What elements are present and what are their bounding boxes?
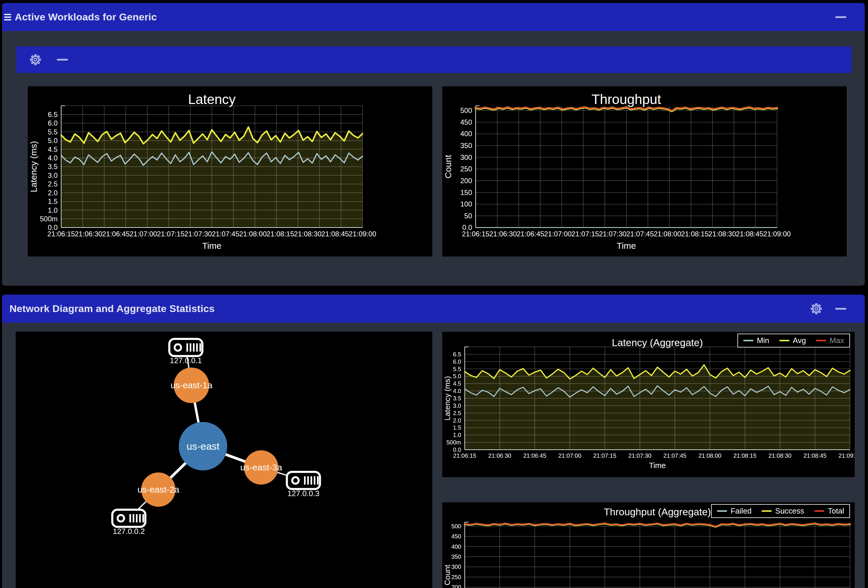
legend-label: Min (757, 336, 769, 345)
server-icon[interactable] (112, 510, 145, 527)
y-tick-label: 6.0 (453, 358, 461, 365)
x-tick-label: 21:08:00 (239, 230, 266, 238)
section2-title: Network Diagram and Aggregate Statistics (9, 303, 214, 315)
legend-item-success[interactable]: Success (762, 507, 804, 516)
y-tick-label: 350 (460, 142, 472, 149)
y-tick-label: 2.5 (453, 410, 461, 416)
y-axis-title: Latency (ms) (443, 376, 452, 421)
legend-item-avg[interactable]: Avg (779, 336, 806, 345)
y-tick-label: 2.5 (48, 180, 58, 188)
x-tick-label: 21:07:45 (212, 230, 239, 238)
legend-swatch (816, 340, 826, 341)
y-tick-label: 4.0 (453, 388, 461, 394)
x-tick-label: 21:09:00 (763, 230, 791, 238)
active-workloads-card: Active Workloads for Generic 0.0500m1.01… (2, 3, 865, 286)
node-label: us-east (186, 440, 220, 452)
network-aggregate-card: Network Diagram and Aggregate Statistics… (2, 295, 865, 588)
zone-node[interactable]: us-east-1a (170, 368, 213, 403)
x-tick-label: 21:08:15 (681, 230, 709, 238)
x-tick-label: 21:07:00 (544, 230, 571, 238)
throughput-aggregate-panel: 0.05010015020025030035040045050021:06:15… (442, 502, 855, 588)
x-tick-label: 21:07:00 (558, 452, 582, 459)
minimize-icon[interactable] (835, 308, 846, 310)
y-tick-label: 150 (460, 189, 472, 196)
x-tick-label: 21:08:30 (709, 230, 736, 238)
region-node[interactable]: us-east (179, 422, 227, 470)
x-tick-label: 21:06:30 (489, 230, 517, 238)
y-tick-label: 200 (460, 177, 472, 185)
legend-item-failed[interactable]: Failed (717, 507, 751, 516)
y-tick-label: 5.5 (453, 366, 461, 372)
network-diagram-panel: 127.0.0.1us-east-1aus-eastus-east-2a127.… (16, 331, 432, 588)
y-tick-label: 0.0 (453, 446, 461, 453)
y-tick-label: 500m (446, 439, 461, 446)
y-tick-label: 4.5 (453, 380, 461, 387)
y-tick-label: 1.5 (48, 197, 58, 205)
x-tick-label: 21:07:45 (663, 452, 686, 459)
x-tick-label: 21:08:00 (654, 230, 681, 238)
y-tick-label: 6.0 (48, 119, 58, 127)
minimize-icon[interactable] (835, 16, 846, 18)
gear-icon[interactable] (810, 303, 822, 315)
gear-icon[interactable] (30, 54, 41, 66)
throughput-chart-panel: 0.05010015020025030035040045050021:06:15… (442, 86, 847, 257)
legend-label: Max (830, 336, 844, 345)
legend-item-max[interactable]: Max (816, 336, 844, 345)
y-tick-label: 1.0 (48, 206, 58, 214)
server-ip-label: 127.0.0.2 (113, 527, 145, 536)
legend-item-min[interactable]: Min (743, 336, 769, 345)
y-tick-label: 250 (460, 165, 472, 173)
y-tick-label: 350 (452, 553, 461, 560)
active-workloads-header: Active Workloads for Generic (2, 3, 865, 31)
legend-label: Avg (793, 336, 806, 345)
y-tick-label: 500 (460, 106, 472, 114)
legend-label: Success (775, 507, 804, 516)
y-tick-label: 500m (40, 215, 58, 223)
node-label: us-east-3a (240, 462, 282, 472)
x-tick-label: 21:09:00 (838, 452, 855, 459)
minimize-widget-icon[interactable] (57, 59, 68, 61)
x-axis-title: Time (202, 241, 221, 251)
x-tick-label: 21:06:30 (489, 452, 511, 459)
node-label: us-east-1a (170, 380, 213, 390)
y-tick-label: 3.5 (48, 163, 58, 170)
y-tick-label: 500 (452, 523, 461, 529)
y-tick-label: 4.0 (48, 154, 58, 162)
legend-item-total[interactable]: Total (814, 507, 844, 516)
gear-icon-svg (30, 54, 41, 66)
legend-swatch (743, 340, 753, 341)
y-tick-label: 300 (460, 154, 472, 161)
x-tick-label: 21:08:00 (698, 452, 722, 459)
y-axis-title: Count (443, 155, 453, 179)
x-tick-label: 21:08:45 (736, 230, 763, 238)
legend-swatch (814, 510, 824, 512)
y-tick-label: 1.0 (453, 432, 461, 438)
y-tick-label: 2.0 (453, 417, 461, 424)
widget-toolbar (16, 46, 852, 73)
server-icon[interactable] (287, 472, 320, 489)
x-tick-label: 21:08:45 (804, 452, 827, 459)
x-axis-title: Time (649, 461, 666, 470)
x-tick-label: 21:08:30 (294, 230, 322, 238)
y-tick-label: 250 (452, 574, 461, 580)
x-tick-label: 21:08:30 (768, 452, 791, 459)
x-tick-label: 21:06:45 (523, 452, 546, 459)
zone-node[interactable]: us-east-3a (240, 450, 282, 485)
chart-title: Latency (188, 92, 235, 107)
zone-node[interactable]: us-east-2a (137, 473, 179, 507)
node-label: us-east-2a (137, 485, 179, 494)
dashboard-page: { "colors": { "header_blue": "#1e25b4", … (0, 0, 868, 588)
chart-legend: FailedSuccessTotal (711, 504, 850, 518)
latency-aggregate-panel: 0.0500m1.01.52.02.53.03.54.04.55.05.56.0… (442, 332, 855, 477)
x-tick-label: 21:06:15 (453, 452, 476, 459)
y-tick-label: 50 (464, 212, 472, 220)
hamburger-icon[interactable] (4, 14, 11, 21)
gear-icon-svg (810, 303, 822, 315)
server-icon[interactable] (169, 339, 202, 356)
y-tick-label: 3.0 (453, 402, 461, 409)
x-tick-label: 21:09:00 (348, 230, 376, 238)
chart-title: Throughput (592, 92, 661, 107)
x-tick-label: 21:08:45 (322, 230, 349, 238)
y-tick-label: 5.0 (48, 136, 58, 145)
x-axis-title: Time (617, 241, 636, 251)
